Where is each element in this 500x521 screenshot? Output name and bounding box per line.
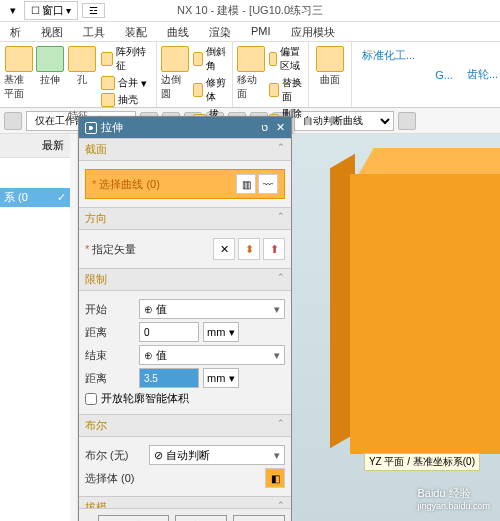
- tab-assemblies[interactable]: 装配: [115, 22, 157, 41]
- selected-feature-row[interactable]: 系 (0✓: [0, 188, 70, 207]
- datum-plane-button[interactable]: 基准平面: [4, 44, 34, 103]
- bool-type-select[interactable]: ⊘ 自动判断▾: [149, 445, 285, 465]
- history-tab[interactable]: 最新: [0, 134, 70, 158]
- start-type-select[interactable]: ⊕ 值▾: [139, 299, 285, 319]
- tab-view[interactable]: 视图: [31, 22, 73, 41]
- select-body-icon[interactable]: ◧: [265, 468, 285, 488]
- move-face-button[interactable]: 移动面: [237, 44, 265, 103]
- hole-button[interactable]: 孔: [67, 44, 97, 89]
- section-draft-header[interactable]: 拔模⌃: [79, 496, 291, 508]
- csys-label[interactable]: YZ 平面 / 基准坐标系(0): [364, 453, 480, 471]
- curve-select-icon[interactable]: 〰: [258, 174, 278, 194]
- section-direction-header[interactable]: 方向⌃: [79, 207, 291, 230]
- shell-button[interactable]: 抽壳: [99, 92, 152, 108]
- vector-infer-icon[interactable]: ⬍: [238, 238, 260, 260]
- section-section-header[interactable]: 截面⌃: [79, 138, 291, 161]
- dialog-close-icon[interactable]: ✕: [276, 121, 285, 134]
- ribbon-group-feature: 基准平面 拉伸 孔 阵列特征 合并 ▾ 抽壳 特征: [0, 42, 157, 107]
- apply-button[interactable]: 应用: [175, 515, 227, 521]
- section-limit-header[interactable]: 限制⌃: [79, 268, 291, 291]
- watermark: Baidu 经验 jingyan.baidu.com: [417, 486, 490, 511]
- switch-button[interactable]: ☲: [82, 3, 105, 18]
- cancel-button[interactable]: 取消: [233, 515, 285, 521]
- select-curve-row[interactable]: * 选择曲线 (0) ▥〰: [85, 169, 285, 199]
- gear-icon[interactable]: [85, 122, 97, 134]
- offset-region-button[interactable]: 偏置区域: [267, 44, 304, 74]
- vector-csys-icon[interactable]: ⬆: [263, 238, 285, 260]
- chamfer-button[interactable]: 倒斜角: [191, 44, 228, 74]
- app-title: NX 10 - 建模 - [UG10.0练习三: [177, 3, 323, 18]
- vector-label: 指定矢量: [85, 242, 136, 257]
- tab-application[interactable]: 应用模块: [281, 22, 345, 41]
- tab-curve[interactable]: 曲线: [157, 22, 199, 41]
- link-g[interactable]: G...: [429, 65, 459, 85]
- std-tool-link[interactable]: 标准化工...: [356, 44, 421, 67]
- menu-dropdown[interactable]: ▾: [4, 2, 22, 19]
- sketch-icon[interactable]: ▥: [236, 174, 256, 194]
- extrude-dialog: 拉伸 ט✕ 截面⌃ * 选择曲线 (0) ▥〰 方向⌃ 指定矢量 ✕ ⬍ ⬆ 限…: [78, 116, 292, 521]
- model-cube[interactable]: [330, 154, 500, 454]
- start-distance-input[interactable]: [139, 322, 199, 342]
- replace-face-button[interactable]: 替换面: [267, 75, 304, 105]
- ribbon-group-edge: 边倒圆 倒斜角 修剪体 拔模: [157, 42, 233, 107]
- extrude-button[interactable]: 拉伸: [36, 44, 66, 89]
- titlebar: ▾ ☐ 窗口 ▾ ☲ NX 10 - 建模 - [UG10.0练习三: [0, 0, 500, 22]
- section-bool-header[interactable]: 布尔⌃: [79, 414, 291, 437]
- dialog-footer: < 确定 > 应用 取消: [79, 508, 291, 521]
- window-button[interactable]: ☐ 窗口 ▾: [24, 1, 78, 20]
- dialog-titlebar[interactable]: 拉伸 ט✕: [79, 117, 291, 138]
- curve-rule-select[interactable]: 自动判断曲线: [294, 111, 394, 131]
- vector-x-icon[interactable]: ✕: [213, 238, 235, 260]
- pattern-button[interactable]: 阵列特征: [99, 44, 152, 74]
- ribbon-group-sync: 移动面 偏置区域 替换面 删除面 同步建模: [233, 42, 309, 107]
- end-type-select[interactable]: ⊕ 值▾: [139, 345, 285, 365]
- surface-button[interactable]: 曲面: [313, 44, 347, 89]
- edge-blend-button[interactable]: 边倒圆: [161, 44, 189, 103]
- viewport-3d[interactable]: YZ 平面 / 基准坐标系(0) Baidu 经验 jingyan.baidu.…: [292, 134, 500, 521]
- misc-icon[interactable]: [398, 112, 416, 130]
- tab-tools[interactable]: 工具: [73, 22, 115, 41]
- end-distance-input[interactable]: [139, 368, 199, 388]
- tab-analyze[interactable]: 析: [0, 22, 31, 41]
- unit-select-2[interactable]: mm▾: [203, 368, 239, 388]
- tab-render[interactable]: 渲染: [199, 22, 241, 41]
- ok-button[interactable]: < 确定 >: [98, 515, 169, 521]
- unite-button[interactable]: 合并 ▾: [99, 75, 152, 91]
- dialog-wrench-icon[interactable]: ט: [261, 121, 268, 134]
- open-profile-checkbox[interactable]: [85, 393, 97, 405]
- part-navigator: 最新 系 (0✓: [0, 134, 70, 521]
- gear-link[interactable]: 齿轮...: [461, 63, 500, 86]
- unit-select-1[interactable]: mm▾: [203, 322, 239, 342]
- tab-pmi[interactable]: PMI: [241, 22, 281, 41]
- ribbon-tabs: 析 视图 工具 装配 曲线 渲染 PMI 应用模块: [0, 22, 500, 42]
- trim-button[interactable]: 修剪体: [191, 75, 228, 105]
- ribbon: 基准平面 拉伸 孔 阵列特征 合并 ▾ 抽壳 特征 边倒圆 倒斜角 修剪体 拔模…: [0, 42, 500, 108]
- ribbon-group-surface: 曲面: [309, 42, 352, 107]
